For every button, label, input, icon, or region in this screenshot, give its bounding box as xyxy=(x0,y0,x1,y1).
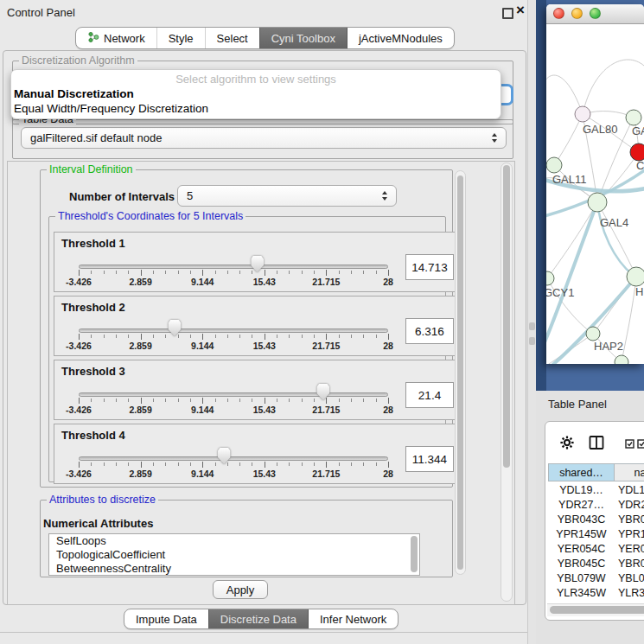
node-gal4[interactable] xyxy=(588,193,607,212)
tick-label: 15.43 xyxy=(253,341,276,351)
table-cell[interactable]: YBR045C xyxy=(548,556,615,571)
tab-impute-data[interactable]: Impute Data xyxy=(124,609,208,628)
tab-jactivemnodules[interactable]: jActiveMNodules xyxy=(347,28,454,48)
node-gal11[interactable] xyxy=(546,157,562,173)
outer-scrollbar[interactable] xyxy=(501,163,513,602)
threshold-2-panel: Threshold 2 -3.426 2.859 9.144 15.43 21.… xyxy=(54,296,458,356)
tab-style[interactable]: Style xyxy=(156,28,205,48)
tab-label: Impute Data xyxy=(136,613,197,626)
tab-cyni-toolbox[interactable]: Cyni Toolbox xyxy=(259,28,347,48)
threshold-1-slider-handle[interactable] xyxy=(251,256,264,272)
splitter-handle-icon[interactable] xyxy=(529,337,535,345)
threshold-2-slider-handle[interactable] xyxy=(168,320,181,336)
numerical-attributes-label: Numerical Attributes xyxy=(43,517,153,530)
num-intervals-spinner[interactable]: 5 xyxy=(177,185,397,207)
table-cell[interactable]: YER0 xyxy=(618,541,644,556)
table-cell[interactable]: YPR145W xyxy=(548,526,615,541)
table-cell[interactable]: YLR3 xyxy=(618,585,644,600)
table-cell[interactable]: YBL0 xyxy=(618,571,644,585)
close-traffic-icon[interactable] xyxy=(553,8,564,19)
list-item[interactable]: SelfLoops xyxy=(49,534,419,548)
table-cell[interactable]: YPR1 xyxy=(618,526,644,541)
threshold-1-panel: Threshold 1 -3.426 2.859 9.144 15.43 21.… xyxy=(54,232,458,292)
table-horizontal-scrollbar-thumb[interactable] xyxy=(550,606,644,614)
group-title: Discretization Algorithm xyxy=(19,54,137,67)
tick-label: 9.144 xyxy=(191,341,214,351)
threshold-4-slider-handle[interactable] xyxy=(218,448,231,464)
column-header-shared-name[interactable]: shared… xyxy=(548,463,615,481)
tick-label: -3.426 xyxy=(66,405,92,415)
column-header-name[interactable]: na xyxy=(614,463,644,481)
tab-discretize-data[interactable]: Discretize Data xyxy=(208,609,308,628)
tick-label: 9.144 xyxy=(191,405,214,415)
table-cell[interactable]: YER054C xyxy=(548,541,615,556)
close-icon[interactable]: × xyxy=(516,2,525,19)
tab-label: Cyni Toolbox xyxy=(271,32,335,45)
table-cell[interactable]: YDR27… xyxy=(548,497,615,512)
num-intervals-label: Number of Intervals xyxy=(69,190,175,203)
list-item[interactable]: TopologicalCoefficient xyxy=(49,548,419,562)
threshold-1-slider[interactable] xyxy=(79,265,388,269)
threshold-3-value-field[interactable]: 21.4 xyxy=(405,382,454,408)
tab-select[interactable]: Select xyxy=(205,28,259,48)
table-cell[interactable]: YBR0 xyxy=(618,556,644,571)
table-cell[interactable]: YBL079W xyxy=(548,571,615,585)
tick-label: 15.43 xyxy=(253,405,276,415)
table-cell[interactable]: YDR2 xyxy=(618,497,644,512)
tick-label: 2.859 xyxy=(129,277,151,287)
tab-network[interactable]: Network xyxy=(76,28,156,48)
node-label: GCY1 xyxy=(546,286,574,299)
table-cell[interactable]: YDL1 xyxy=(618,482,644,497)
node-gcy1[interactable] xyxy=(546,271,554,285)
network-window-titlebar[interactable] xyxy=(546,4,644,24)
apply-button[interactable]: Apply xyxy=(213,580,268,599)
table-cell[interactable]: YLR345W xyxy=(548,585,615,600)
table-cell[interactable]: YBR0 xyxy=(618,512,644,526)
float-window-icon[interactable] xyxy=(502,8,513,19)
divider xyxy=(0,632,527,633)
tab-infer-network[interactable]: Infer Network xyxy=(308,609,398,628)
threshold-1-value-field[interactable]: 14.713 xyxy=(405,254,454,280)
node-label: GAL80 xyxy=(583,123,617,136)
table-cell[interactable]: YDL19… xyxy=(548,482,615,497)
threshold-4-value-field[interactable]: 11.344 xyxy=(405,446,454,472)
node-hap2[interactable] xyxy=(586,327,600,341)
zoom-traffic-icon[interactable] xyxy=(590,8,601,19)
outer-scrollbar-thumb[interactable] xyxy=(503,165,510,468)
tick-label: 2.859 xyxy=(129,341,151,351)
node[interactable] xyxy=(626,110,641,125)
node-gal80[interactable] xyxy=(575,106,590,122)
table-data-combo[interactable]: galFiltered.sif default node xyxy=(21,127,507,149)
node[interactable] xyxy=(627,267,644,286)
inner-scrollbar-thumb[interactable] xyxy=(457,175,463,570)
checkbox-icons[interactable] xyxy=(625,439,644,449)
tick-label: 2.859 xyxy=(129,405,151,415)
network-canvas[interactable]: GAL80 GA C GAL11 GAL4 GCY1 H HAP2 xyxy=(546,24,644,364)
gear-icon[interactable] xyxy=(560,436,574,453)
table-cell[interactable]: YBR043C xyxy=(548,512,615,526)
attributes-list[interactable]: SelfLoops TopologicalCoefficient Between… xyxy=(48,533,420,576)
dropdown-option-equal-width[interactable]: Equal Width/Frequency Discretization xyxy=(14,102,208,115)
node[interactable] xyxy=(615,355,628,364)
tick-label: 21.715 xyxy=(312,469,340,479)
split-pane-icon[interactable] xyxy=(589,435,604,454)
table-horizontal-scrollbar[interactable] xyxy=(547,603,644,616)
node-selected-red[interactable] xyxy=(630,143,644,161)
threshold-3-slider-handle[interactable] xyxy=(316,384,329,400)
threshold-3-slider[interactable] xyxy=(79,392,388,397)
dropdown-hint-item[interactable]: Select algorithm to view settings xyxy=(11,73,501,86)
list-scrollbar[interactable] xyxy=(411,536,418,572)
tick-label: -3.426 xyxy=(66,469,92,479)
threshold-2-value-field[interactable]: 6.316 xyxy=(405,318,454,344)
checkbox-icon xyxy=(625,439,634,449)
algorithm-dropdown-popup: Select algorithm to view settings Manual… xyxy=(10,69,501,119)
dropdown-option-manual[interactable]: Manual Discretization xyxy=(14,87,134,100)
stepper-arrows-icon xyxy=(382,191,387,201)
splitter-handle-icon[interactable] xyxy=(529,322,535,330)
list-item[interactable]: BetweennessCentrality xyxy=(49,562,419,576)
threshold-4-slider[interactable] xyxy=(79,456,388,461)
threshold-2-slider[interactable] xyxy=(79,328,388,333)
minimize-traffic-icon[interactable] xyxy=(571,8,583,19)
inner-scrollbar[interactable] xyxy=(455,170,466,575)
tab-label: Network xyxy=(104,32,145,45)
